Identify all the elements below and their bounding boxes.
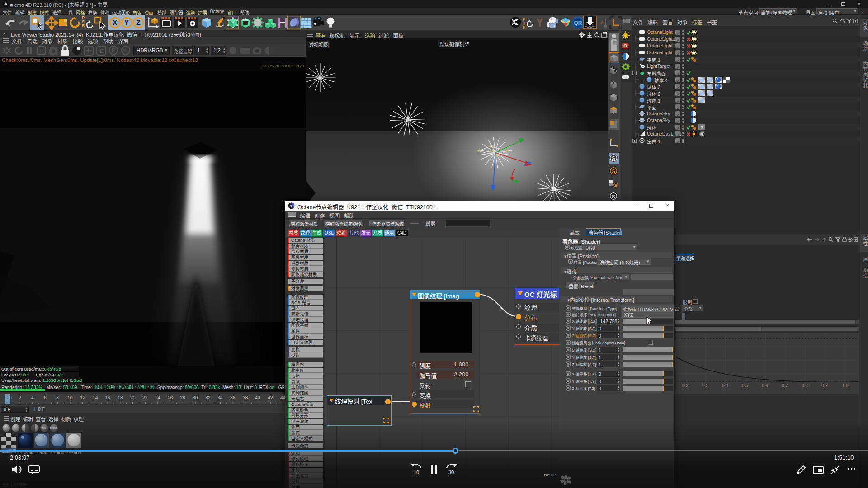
svg-text:18: 18 [118,395,123,400]
svg-text:0: 0 [9,395,12,400]
svg-text:4: 4 [31,395,34,400]
svg-text:M: M [123,48,126,53]
svg-text:38: 38 [243,395,248,400]
svg-text:MIX: MIX [42,427,47,430]
svg-text:26: 26 [168,395,173,400]
svg-text:14: 14 [93,395,98,400]
svg-text:34: 34 [217,395,223,400]
svg-text:Z: Z [136,19,141,27]
svg-text:QR: QR [574,20,582,26]
svg-text:S: S [612,155,615,161]
svg-text:R: R [523,25,526,30]
svg-text:22: 22 [142,395,148,400]
svg-text:S: S [612,194,615,199]
svg-text:R: R [39,48,43,54]
svg-text:Y: Y [124,19,129,27]
svg-text:36: 36 [230,395,236,400]
svg-text:BLEND: BLEND [50,427,58,430]
svg-text:S: S [614,183,617,188]
svg-text:16: 16 [105,395,110,400]
svg-text:10: 10 [67,395,73,400]
svg-text:40: 40 [255,395,260,400]
svg-text:2: 2 [19,395,21,400]
svg-text:6: 6 [44,395,47,400]
svg-text:8: 8 [56,395,59,400]
svg-text:28: 28 [180,395,185,400]
svg-text:?: ? [700,125,703,130]
svg-text:12: 12 [80,395,85,400]
svg-text:20: 20 [130,395,136,400]
svg-text:S: S [612,169,615,174]
svg-text:30: 30 [193,395,198,400]
svg-text:32: 32 [205,395,211,400]
svg-text:F: F [112,48,115,53]
svg-text:24: 24 [155,395,160,400]
svg-text:42: 42 [268,395,273,400]
svg-text:X: X [113,19,118,27]
